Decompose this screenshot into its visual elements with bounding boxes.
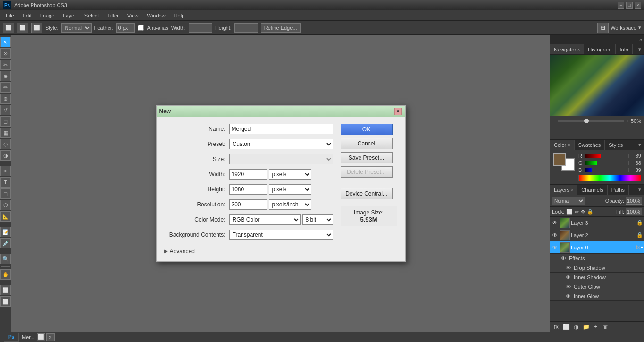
delete-preset-button[interactable]: Delete Preset... bbox=[341, 166, 393, 178]
stamp-tool[interactable]: ⊗ bbox=[0, 94, 11, 104]
lock-position-icon[interactable]: ✥ bbox=[581, 209, 585, 215]
hand-tool[interactable]: ✋ bbox=[0, 269, 11, 280]
crop-tool[interactable]: ✂ bbox=[0, 60, 11, 70]
width-input[interactable] bbox=[189, 23, 212, 33]
title-controls[interactable]: − □ × bbox=[618, 2, 641, 9]
name-input[interactable] bbox=[229, 124, 333, 134]
layer2-visibility[interactable]: 👁 bbox=[551, 231, 559, 239]
height-input[interactable] bbox=[234, 23, 258, 33]
tab-histogram[interactable]: Histogram bbox=[584, 44, 616, 54]
resolution-unit-select[interactable]: pixels/inch pixels/cm bbox=[269, 199, 311, 210]
dodge-tool[interactable]: ◑ bbox=[0, 150, 11, 161]
menu-view[interactable]: View bbox=[124, 12, 142, 19]
effect-inner-glow[interactable]: 👁 Inner Glow bbox=[550, 291, 644, 301]
tab-color[interactable]: Color × bbox=[550, 140, 575, 150]
bg-contents-select[interactable]: Transparent White Background Color bbox=[229, 230, 333, 240]
device-central-button[interactable]: Device Central... bbox=[341, 188, 393, 199]
zoom-slider[interactable] bbox=[558, 120, 624, 122]
lock-pixels-icon[interactable]: ✏ bbox=[575, 209, 579, 215]
selection-tool-options[interactable]: ⬜ bbox=[17, 23, 28, 33]
layer-new-button[interactable]: + bbox=[592, 323, 600, 331]
layer-item-layer2[interactable]: 👁 Layer 2 🔒 bbox=[550, 229, 644, 241]
effect-drop-shadow[interactable]: 👁 Drop Shadow bbox=[550, 263, 644, 273]
gradient-tool[interactable]: ▦ bbox=[0, 128, 11, 138]
menu-window[interactable]: Window bbox=[143, 12, 169, 19]
effect-outer-glow[interactable]: 👁 Outer Glow bbox=[550, 282, 644, 291]
tab-info[interactable]: Info bbox=[616, 44, 632, 54]
color-spectrum[interactable] bbox=[578, 175, 641, 181]
green-slider[interactable] bbox=[585, 161, 629, 165]
zoom-out-icon[interactable]: − bbox=[553, 118, 556, 124]
bit-depth-select[interactable]: 8 bit 16 bit 32 bit bbox=[302, 214, 333, 225]
panel-collapse-btn[interactable]: « bbox=[639, 37, 642, 43]
effect-inner-shadow[interactable]: 👁 Inner Shadow bbox=[550, 273, 644, 282]
healing-tool[interactable]: ⊕ bbox=[0, 71, 11, 81]
close-button[interactable]: × bbox=[635, 2, 641, 9]
workspace-arrow[interactable]: ▾ bbox=[638, 25, 641, 31]
height-field[interactable] bbox=[229, 184, 267, 195]
color-swatches[interactable] bbox=[553, 153, 575, 171]
eyedropper-tool[interactable]: 💉 bbox=[0, 238, 11, 248]
menu-layer[interactable]: Layer bbox=[59, 12, 80, 19]
selection-tool-2[interactable]: ⬜ bbox=[31, 23, 42, 33]
status-cancel-btn[interactable]: × bbox=[46, 333, 55, 341]
layer-adjustment-button[interactable]: ◑ bbox=[572, 323, 580, 331]
3d-tool[interactable]: ⬡ bbox=[0, 200, 11, 210]
status-file-btn[interactable]: ⬜ bbox=[37, 333, 45, 341]
layers-close[interactable]: × bbox=[571, 188, 573, 192]
workspace-icon[interactable]: 🖼 bbox=[597, 23, 609, 33]
text-tool[interactable]: T bbox=[0, 177, 11, 188]
cancel-button[interactable]: Cancel bbox=[341, 138, 393, 149]
feather-input[interactable] bbox=[116, 23, 135, 33]
menu-help[interactable]: Help bbox=[170, 12, 189, 19]
blend-mode-select[interactable]: Normal bbox=[552, 197, 585, 205]
dialog-close-button[interactable]: × bbox=[394, 108, 402, 115]
menu-file[interactable]: File bbox=[2, 12, 18, 19]
fill-input[interactable] bbox=[626, 208, 642, 215]
color-mode-select[interactable]: RGB Color CMYK Color Grayscale bbox=[229, 214, 301, 225]
tab-styles[interactable]: Styles bbox=[605, 140, 627, 150]
opacity-input[interactable] bbox=[626, 197, 642, 205]
layer-item-layer3[interactable]: 👁 Layer 3 🔒 bbox=[550, 217, 644, 229]
advanced-row[interactable]: ▶ Advanced bbox=[164, 245, 333, 255]
menu-edit[interactable]: Edit bbox=[19, 12, 35, 19]
zoom-tool[interactable]: 🔍 bbox=[0, 254, 11, 264]
screen-mode[interactable]: ⬜ bbox=[0, 285, 11, 295]
tab-paths[interactable]: Paths bbox=[608, 185, 629, 195]
move-tool[interactable]: ↖ bbox=[0, 37, 11, 47]
size-select[interactable] bbox=[229, 154, 333, 164]
resolution-field[interactable] bbox=[229, 199, 267, 210]
preset-select[interactable]: Custom bbox=[229, 139, 333, 149]
notes-tool[interactable]: 📝 bbox=[0, 227, 11, 237]
brush-tool[interactable]: ✏ bbox=[0, 82, 11, 93]
history-tool[interactable]: ↺ bbox=[0, 105, 11, 115]
inner-glow-visibility[interactable]: 👁 bbox=[564, 292, 572, 300]
red-slider[interactable] bbox=[585, 154, 629, 158]
layer-group-button[interactable]: 📁 bbox=[582, 323, 590, 331]
drop-shadow-visibility[interactable]: 👁 bbox=[564, 264, 572, 272]
ok-button[interactable]: OK bbox=[341, 124, 393, 135]
layers-panel-menu[interactable]: ▾ bbox=[636, 187, 644, 193]
effects-header[interactable]: 👁 Effects bbox=[550, 254, 644, 263]
color-panel-menu[interactable]: ▾ bbox=[636, 142, 644, 148]
inner-shadow-visibility[interactable]: 👁 bbox=[564, 274, 572, 281]
lock-transparent-icon[interactable]: ⬜ bbox=[566, 209, 573, 215]
workspace-label[interactable]: Workspace bbox=[611, 25, 636, 31]
color-close[interactable]: × bbox=[568, 143, 570, 147]
selection-tool-rect[interactable]: ⬜ bbox=[3, 23, 14, 33]
maximize-button[interactable]: □ bbox=[626, 2, 633, 9]
zoom-slider-thumb[interactable] bbox=[584, 119, 589, 123]
menu-image[interactable]: Image bbox=[36, 12, 59, 19]
tab-layers[interactable]: Layers × bbox=[550, 185, 577, 195]
layer-style-button[interactable]: fx bbox=[552, 323, 560, 331]
blue-slider[interactable] bbox=[585, 168, 629, 172]
eraser-tool[interactable]: ◻ bbox=[0, 116, 11, 127]
tab-navigator[interactable]: Navigator × bbox=[550, 44, 584, 54]
tab-swatches[interactable]: Swatches bbox=[575, 140, 605, 150]
style-select[interactable]: Normal bbox=[61, 23, 92, 33]
menu-filter[interactable]: Filter bbox=[103, 12, 122, 19]
menu-select[interactable]: Select bbox=[81, 12, 103, 19]
navigator-close[interactable]: × bbox=[577, 47, 580, 52]
layer-delete-button[interactable]: 🗑 bbox=[602, 323, 610, 331]
width-unit-select[interactable]: pixels inches cm bbox=[269, 169, 311, 180]
